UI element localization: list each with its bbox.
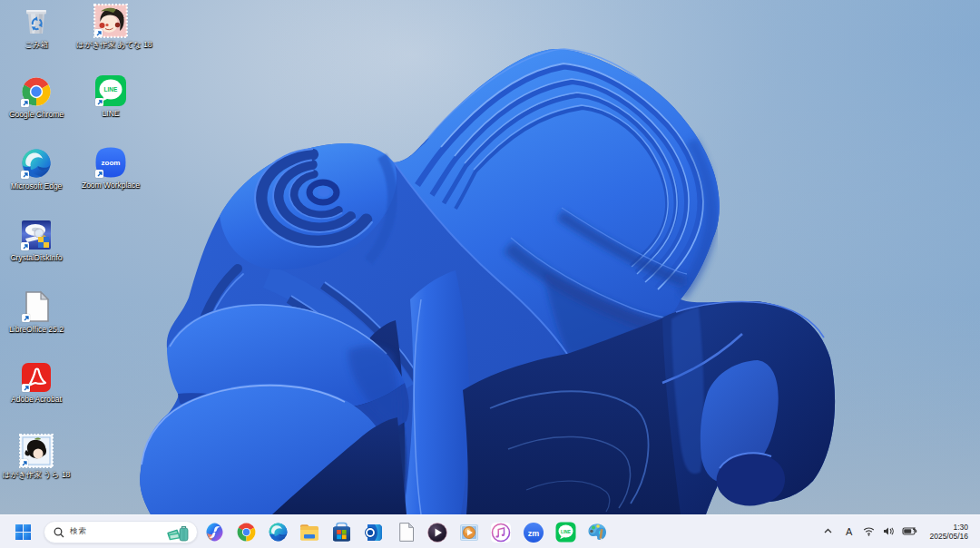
svg-text:zm: zm	[528, 528, 540, 537]
svg-text:LINE: LINE	[561, 530, 572, 534]
svg-text:LINE: LINE	[104, 86, 118, 93]
svg-text:zoom: zoom	[102, 159, 121, 167]
